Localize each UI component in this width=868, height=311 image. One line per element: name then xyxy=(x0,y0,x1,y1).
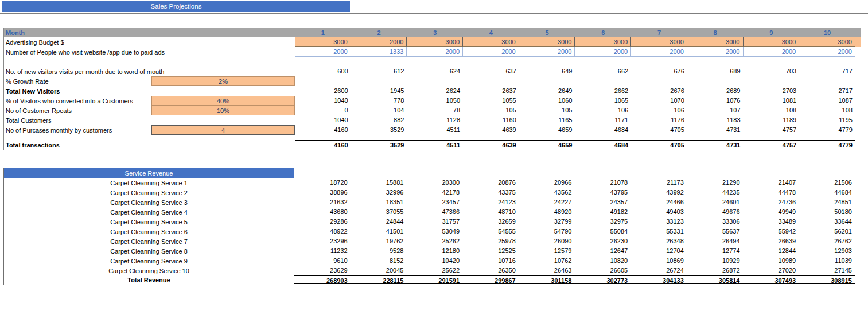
month-column-header[interactable]: 1 xyxy=(295,28,351,37)
cell-total-customers-m4[interactable]: 1160 xyxy=(463,115,519,125)
month-column-header[interactable]: 8 xyxy=(687,28,744,37)
cell-monthly-purchases-m6[interactable]: 4684 xyxy=(575,125,631,135)
cell-total-customers-m7[interactable]: 1176 xyxy=(631,115,687,125)
cell-customer-repeats-m4[interactable]: 105 xyxy=(463,106,519,115)
service-1-m10[interactable]: 21506 xyxy=(799,178,855,188)
service-2-m3[interactable]: 42178 xyxy=(406,188,462,197)
cell-growth-rate-m4[interactable] xyxy=(463,76,519,86)
cell-word-of-mouth-visitors-m9[interactable]: 703 xyxy=(744,67,800,76)
total-revenue-m2[interactable]: 228115 xyxy=(351,275,407,285)
service-7-m3[interactable]: 25262 xyxy=(406,236,462,246)
service-9-m9[interactable]: 10989 xyxy=(743,256,799,266)
service-2-m7[interactable]: 43992 xyxy=(630,188,687,197)
cell-word-of-mouth-visitors-m2[interactable]: 612 xyxy=(351,67,407,76)
cell-word-of-mouth-visitors-m5[interactable]: 649 xyxy=(519,67,575,76)
input-cell-visitor-conversion-rate[interactable]: 40% xyxy=(151,96,295,106)
service-1-m7[interactable]: 21173 xyxy=(630,178,687,188)
input-cell-customer-repeats[interactable]: 10% xyxy=(151,106,295,115)
cell-growth-rate-m1[interactable] xyxy=(295,76,351,86)
service-5-m8[interactable]: 33306 xyxy=(687,217,743,227)
cell-monthly-purchases-m1[interactable]: 4160 xyxy=(295,125,351,135)
service-1-m9[interactable]: 21407 xyxy=(743,178,799,188)
service-5-m3[interactable]: 31757 xyxy=(406,217,462,227)
service-9-m8[interactable]: 10929 xyxy=(687,256,743,266)
cell-word-of-mouth-visitors-m8[interactable]: 689 xyxy=(687,67,744,76)
cell-growth-rate-m6[interactable] xyxy=(575,76,631,86)
total-revenue-m4[interactable]: 299867 xyxy=(462,275,519,285)
cell-total-new-visitors-m9[interactable]: 2703 xyxy=(744,86,800,96)
service-5-m7[interactable]: 33123 xyxy=(630,217,687,227)
cell-customer-repeats-m6[interactable]: 106 xyxy=(575,106,631,115)
cell-advertising-budget-m6[interactable]: 3000 xyxy=(575,37,631,47)
service-10-m9[interactable]: 27020 xyxy=(743,266,799,275)
cell-paid-ads-visitors-m7[interactable]: 2000 xyxy=(631,47,687,57)
cell-paid-ads-visitors-m1[interactable]: 2000 xyxy=(295,47,351,57)
row-label-monthly-purchases[interactable]: No of Purcases monthly by customers xyxy=(4,125,151,135)
service-3-m9[interactable]: 24736 xyxy=(743,197,799,207)
service-9-m4[interactable]: 10716 xyxy=(462,256,519,266)
month-column-header[interactable]: 5 xyxy=(519,28,575,37)
month-column-header[interactable]: 3 xyxy=(407,28,463,37)
cell-monthly-purchases-m4[interactable]: 4639 xyxy=(463,125,519,135)
cell-advertising-budget-m9[interactable]: 3000 xyxy=(744,37,800,47)
row-label-total-customers[interactable]: Total Customers xyxy=(4,115,295,125)
cell-customer-repeats-m1[interactable]: 0 xyxy=(295,106,351,115)
cell-total-transactions-m10[interactable]: 4779 xyxy=(799,140,855,150)
cell-growth-rate-m10[interactable] xyxy=(799,76,855,86)
cell-total-new-visitors-m1[interactable]: 2600 xyxy=(295,86,351,96)
cell-monthly-purchases-m2[interactable]: 3529 xyxy=(351,125,407,135)
service-3-m10[interactable]: 24851 xyxy=(799,197,855,207)
service-3-m1[interactable]: 21632 xyxy=(294,197,351,207)
service-4-m8[interactable]: 49676 xyxy=(687,207,743,217)
row-label-total-new-visitors[interactable]: Total New Visitors xyxy=(4,86,295,96)
cell-advertising-budget-m2[interactable]: 2000 xyxy=(351,37,407,47)
cell-paid-ads-visitors-m9[interactable]: 2000 xyxy=(744,47,800,57)
cell-monthly-purchases-m9[interactable]: 4757 xyxy=(744,125,800,135)
service-1-m5[interactable]: 20966 xyxy=(519,178,575,188)
service-5-m10[interactable]: 33644 xyxy=(799,217,855,227)
service-2-m5[interactable]: 43562 xyxy=(519,188,575,197)
cell-advertising-budget-m8[interactable]: 3000 xyxy=(687,37,744,47)
cell-customer-repeats-m9[interactable]: 108 xyxy=(744,106,800,115)
total-revenue-m1[interactable]: 268903 xyxy=(294,275,351,285)
cell-growth-rate-m8[interactable] xyxy=(687,76,744,86)
cell-visitor-conversion-rate-m7[interactable]: 1070 xyxy=(631,96,687,106)
row-label-word-of-mouth-visitors[interactable]: No. of new visitors visits per month due… xyxy=(4,67,295,76)
cell-total-customers-m1[interactable]: 1040 xyxy=(295,115,351,125)
service-6-m9[interactable]: 55942 xyxy=(743,227,799,236)
cell-word-of-mouth-visitors-m3[interactable]: 624 xyxy=(407,67,463,76)
cell-paid-ads-visitors-m2[interactable]: 1333 xyxy=(351,47,407,57)
service-label[interactable]: Carpet Cleanning Service 2 xyxy=(3,188,294,197)
service-4-m5[interactable]: 48920 xyxy=(519,207,575,217)
service-4-m4[interactable]: 48710 xyxy=(462,207,519,217)
total-revenue-label[interactable]: Total Revenue xyxy=(3,275,294,285)
service-label[interactable]: Carpet Cleanning Service 9 xyxy=(3,256,294,266)
service-2-m9[interactable]: 44478 xyxy=(743,188,799,197)
cell-total-transactions-m9[interactable]: 4757 xyxy=(744,140,800,150)
service-8-m5[interactable]: 12579 xyxy=(519,246,575,256)
service-3-m7[interactable]: 24466 xyxy=(630,197,687,207)
cell-total-customers-m9[interactable]: 1189 xyxy=(744,115,800,125)
row-label-customer-repeats[interactable]: No of Customer Rpeats xyxy=(4,106,151,115)
service-7-m1[interactable]: 23296 xyxy=(294,236,351,246)
service-4-m7[interactable]: 49403 xyxy=(630,207,687,217)
service-10-m10[interactable]: 27145 xyxy=(799,266,855,275)
service-1-m3[interactable]: 20300 xyxy=(406,178,462,188)
service-8-m7[interactable]: 12704 xyxy=(630,246,687,256)
service-8-m9[interactable]: 12844 xyxy=(743,246,799,256)
cell-total-transactions-m5[interactable]: 4659 xyxy=(519,140,575,150)
service-7-m7[interactable]: 26348 xyxy=(630,236,687,246)
cell-total-new-visitors-m3[interactable]: 2624 xyxy=(407,86,463,96)
month-column-header[interactable]: 2 xyxy=(351,28,407,37)
service-10-m6[interactable]: 26605 xyxy=(574,266,630,275)
cell-monthly-purchases-m8[interactable]: 4731 xyxy=(687,125,744,135)
cell-total-new-visitors-m7[interactable]: 2676 xyxy=(631,86,687,96)
cell-total-customers-m10[interactable]: 1195 xyxy=(799,115,855,125)
cell-advertising-budget-m5[interactable]: 3000 xyxy=(519,37,575,47)
row-label-paid-ads-visitors[interactable]: Number of People who visit website /app … xyxy=(4,47,295,57)
service-4-m10[interactable]: 50180 xyxy=(799,207,855,217)
cell-visitor-conversion-rate-m4[interactable]: 1055 xyxy=(463,96,519,106)
service-6-m5[interactable]: 54790 xyxy=(519,227,575,236)
cell-customer-repeats-m7[interactable]: 106 xyxy=(631,106,687,115)
cell-paid-ads-visitors-m5[interactable]: 2000 xyxy=(519,47,575,57)
